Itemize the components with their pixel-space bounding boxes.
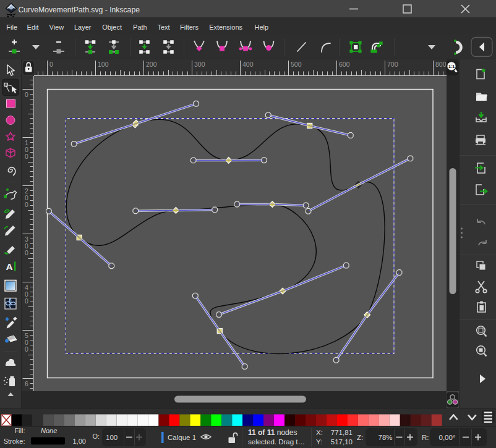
svg-text:1:1: 1:1 [448, 64, 455, 69]
svg-text:0: 0 [25, 297, 28, 305]
svg-text:A: A [6, 261, 12, 272]
svg-text:1,00: 1,00 [73, 437, 86, 445]
svg-text:800: 800 [435, 61, 447, 68]
svg-text:Calque 1: Calque 1 [168, 434, 196, 441]
svg-text:600: 600 [339, 61, 350, 68]
svg-text:6: 6 [25, 380, 28, 387]
svg-text:Path: Path [133, 23, 147, 31]
svg-text:200: 200 [146, 61, 157, 68]
svg-text:selected. Drag t…: selected. Drag t… [248, 438, 305, 446]
svg-text:Y:: Y: [316, 438, 322, 446]
svg-text:Edit: Edit [27, 23, 39, 31]
svg-text:0,00°: 0,00° [439, 434, 456, 441]
svg-text:0: 0 [25, 153, 28, 160]
svg-text:11 of 11 nodes: 11 of 11 nodes [248, 428, 297, 437]
svg-text:Extensions: Extensions [209, 23, 242, 31]
svg-text:0: 0 [49, 61, 53, 68]
svg-text:Filters: Filters [180, 23, 199, 31]
svg-text:Help: Help [255, 23, 269, 31]
svg-text:0: 0 [25, 91, 28, 98]
svg-text:100: 100 [98, 61, 109, 68]
svg-text:R:: R: [422, 434, 429, 441]
svg-text:Text: Text [157, 23, 169, 31]
svg-text:0: 0 [25, 249, 28, 256]
svg-text:400: 400 [242, 61, 254, 68]
svg-text:517,10: 517,10 [331, 438, 353, 446]
svg-text:100: 100 [106, 434, 118, 441]
svg-text:Fill:: Fill: [14, 427, 25, 434]
svg-text:File: File [6, 23, 17, 31]
svg-text:Object: Object [102, 23, 122, 31]
svg-text:700: 700 [387, 61, 398, 68]
svg-text:300: 300 [194, 61, 205, 68]
svg-text:0: 0 [25, 201, 28, 208]
svg-text:500: 500 [291, 61, 302, 68]
svg-text:78%: 78% [378, 434, 392, 441]
svg-text:0: 0 [25, 345, 28, 353]
svg-text:View: View [49, 23, 64, 31]
svg-text:s: s [452, 44, 455, 51]
svg-text:Stroke:: Stroke: [4, 437, 25, 445]
svg-text:771,81: 771,81 [331, 429, 353, 436]
svg-text:O:: O: [93, 433, 100, 440]
svg-text:Z:: Z: [357, 434, 363, 441]
svg-text:X:: X: [316, 429, 323, 436]
svg-text:None: None [41, 427, 57, 434]
svg-text:Layer: Layer [74, 23, 92, 31]
svg-text:CurveMovementPath.svg - Inksca: CurveMovementPath.svg - Inkscape [19, 6, 140, 14]
